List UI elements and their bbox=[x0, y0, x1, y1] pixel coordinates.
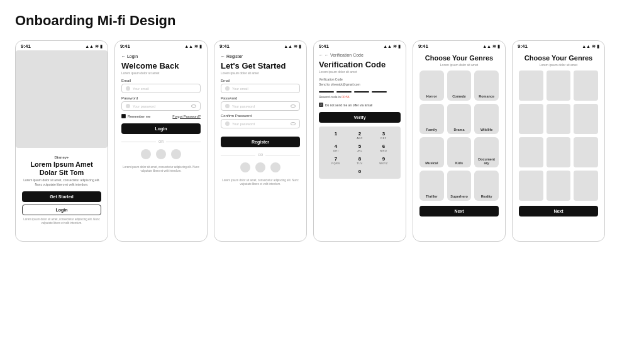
footer-text-s1: Lorem ipsum dolor sit amet, consectetur … bbox=[22, 218, 101, 225]
wifi-icon-s3: ≋ bbox=[294, 44, 297, 49]
eye-icon2-s3[interactable] bbox=[291, 122, 296, 125]
confirm-placeholder-s3: Your password bbox=[232, 122, 288, 126]
genres-next-button-s5[interactable]: Next bbox=[419, 206, 499, 216]
password-label-s3: Password bbox=[221, 96, 300, 100]
signal-icon-s4: ▲▲ bbox=[383, 44, 392, 48]
genre-plain-6[interactable] bbox=[574, 104, 598, 134]
genre-musical[interactable]: Musical bbox=[419, 137, 444, 167]
verification-send-label: Verification Code bbox=[319, 77, 401, 81]
password-input-s2[interactable]: Your password bbox=[121, 101, 201, 111]
email-icon-s3 bbox=[225, 86, 230, 91]
genres-next-button-s6[interactable]: Next bbox=[519, 206, 598, 216]
forgot-password-link[interactable]: Forgot Password? bbox=[172, 115, 201, 118]
social-icon-2-s2[interactable] bbox=[156, 149, 166, 159]
numpad-7[interactable]: 7PQRS bbox=[324, 154, 348, 167]
eye-icon-s2[interactable] bbox=[191, 104, 196, 108]
genre-plain-7[interactable] bbox=[519, 137, 543, 167]
divider-or-s3: OR bbox=[221, 153, 300, 157]
numpad-5[interactable]: 5JKL bbox=[348, 142, 372, 154]
genre-plain-1[interactable] bbox=[519, 70, 543, 101]
screen-genres-plain: 9:41 ▲▲ ≋ ▮ Choose Your Genres Lorem ips… bbox=[512, 40, 605, 242]
time-s3: 9:41 bbox=[219, 43, 230, 49]
numpad-4[interactable]: 4GHI bbox=[324, 142, 348, 154]
get-started-button[interactable]: Get Started bbox=[22, 191, 101, 202]
resend-row: Resend code in 00:56 bbox=[319, 95, 401, 99]
genre-romance[interactable]: Romance bbox=[474, 70, 499, 101]
genre-wildlife[interactable]: Wildlife bbox=[474, 104, 499, 134]
no-offer-label: Do not send me an offer via Email bbox=[325, 103, 372, 107]
genre-plain-11[interactable] bbox=[547, 171, 571, 201]
numpad-8[interactable]: 8TUV bbox=[348, 154, 372, 167]
numpad-9[interactable]: 9WXYZ bbox=[372, 154, 396, 167]
genre-plain-3[interactable] bbox=[574, 70, 598, 101]
time-s4: 9:41 bbox=[319, 43, 329, 49]
verify-button[interactable]: Verify bbox=[319, 112, 401, 123]
genre-plain-5[interactable] bbox=[547, 104, 571, 134]
numpad-1[interactable]: 1 bbox=[324, 129, 348, 142]
genre-plain-10[interactable] bbox=[519, 171, 543, 201]
signal-icon-s2: ▲▲ bbox=[184, 44, 193, 48]
verification-nav: ← ← Verification Code bbox=[319, 53, 401, 57]
login-button-s1[interactable]: Login bbox=[22, 205, 101, 215]
password-placeholder-s2: Your password bbox=[133, 104, 189, 108]
time-s5: 9:41 bbox=[418, 43, 428, 49]
verification-nav-label: ← Verification Code bbox=[325, 53, 364, 57]
social-icon-2-s3[interactable] bbox=[255, 162, 265, 172]
numpad-0[interactable]: 0 bbox=[348, 167, 372, 176]
battery-icon-s5: ▮ bbox=[497, 44, 500, 49]
genre-plain-9[interactable] bbox=[574, 137, 598, 167]
social-icon-1-s2[interactable] bbox=[141, 149, 151, 159]
confirm-label-s3: Confirm Password bbox=[221, 114, 300, 118]
password-placeholder-s3: Your password bbox=[232, 104, 288, 108]
verification-email: Send to olivenick@gmail.com bbox=[319, 82, 401, 86]
email-input-s3[interactable]: Your email bbox=[221, 84, 300, 93]
genre-drama[interactable]: Drama bbox=[447, 104, 472, 134]
wifi-icon-s5: ≋ bbox=[492, 44, 496, 49]
genre-plain-2[interactable] bbox=[547, 70, 571, 101]
email-label-s3: Email bbox=[221, 79, 300, 82]
confirm-input-s3[interactable]: Your password bbox=[221, 119, 300, 128]
numpad-3[interactable]: 3DEF bbox=[372, 129, 396, 142]
no-offer-row: ✓ Do not send me an offer via Email bbox=[319, 103, 401, 107]
genre-family[interactable]: Family bbox=[419, 104, 444, 134]
genre-horror[interactable]: Horror bbox=[419, 70, 444, 101]
social-icons-s2 bbox=[121, 149, 201, 159]
password-label-s2: Password bbox=[121, 96, 201, 100]
genre-kids[interactable]: Kids bbox=[447, 137, 472, 167]
genre-documentary[interactable]: Documentary bbox=[474, 137, 499, 167]
battery-icon-s4: ▮ bbox=[398, 44, 401, 49]
login-nav: ← Login bbox=[121, 54, 201, 59]
email-input-s2[interactable]: Your email bbox=[121, 84, 201, 93]
numpad-6[interactable]: 6MNO bbox=[372, 142, 396, 154]
eye-icon-s3[interactable] bbox=[291, 104, 296, 108]
social-icon-3-s3[interactable] bbox=[270, 162, 280, 172]
genre-superhero[interactable]: Superhero bbox=[447, 171, 472, 201]
battery-icon-s6: ▮ bbox=[597, 44, 599, 49]
email-icon-s2 bbox=[126, 86, 130, 91]
resend-timer: 00:56 bbox=[341, 95, 350, 99]
code-dot-3 bbox=[354, 91, 369, 93]
no-offer-checkbox[interactable]: ✓ bbox=[319, 103, 323, 107]
lock-icon-s2 bbox=[126, 104, 130, 108]
genre-plain-8[interactable] bbox=[547, 137, 571, 167]
genre-thriller[interactable]: Thriller bbox=[419, 171, 444, 201]
code-dot-2 bbox=[336, 91, 352, 93]
password-input-s3[interactable]: Your password bbox=[221, 101, 300, 111]
genres-grid-plain bbox=[519, 70, 598, 201]
lock-icon2-s3 bbox=[225, 121, 230, 126]
genre-comedy[interactable]: Comedy bbox=[447, 70, 472, 101]
genre-plain-4[interactable] bbox=[519, 104, 543, 134]
numpad-2[interactable]: 2ABC bbox=[348, 129, 372, 142]
code-dot-1 bbox=[319, 91, 334, 93]
login-submit-button[interactable]: Login bbox=[121, 123, 201, 134]
genre-plain-12[interactable] bbox=[574, 171, 598, 201]
register-submit-button[interactable]: Register bbox=[221, 137, 300, 147]
login-subtext: Lorem ipsum dolor sit amet bbox=[121, 71, 201, 75]
remember-me-label[interactable]: Remember me bbox=[121, 114, 150, 118]
genre-reality[interactable]: Reality bbox=[474, 171, 499, 201]
remember-checkbox[interactable] bbox=[121, 114, 126, 118]
hero-title: Lorem Ipsum Amet Dolar Sit Tom bbox=[22, 160, 101, 177]
social-icon-1-s3[interactable] bbox=[240, 162, 250, 172]
remember-row: Remember me Forgot Password? bbox=[121, 114, 201, 118]
social-icon-3-s2[interactable] bbox=[171, 149, 181, 159]
